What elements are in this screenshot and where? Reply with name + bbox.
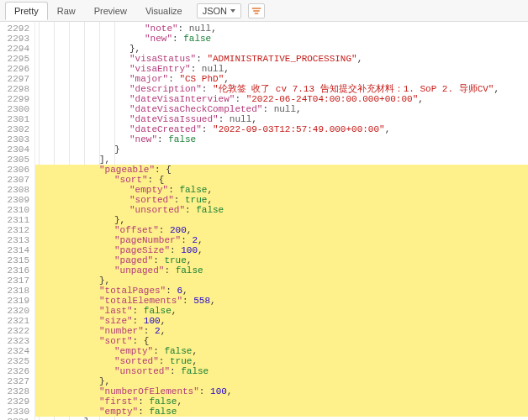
line-number: 2295 — [0, 54, 29, 64]
line-number: 2311 — [0, 215, 29, 225]
line-number: 2329 — [0, 396, 29, 407]
code-line: "unpaged": false — [35, 265, 528, 276]
code-line: "pageSize": 100, — [35, 245, 528, 255]
line-number: 2298 — [0, 84, 29, 94]
code-line: "note": null, — [35, 24, 528, 34]
line-number: 2306 — [0, 165, 29, 175]
code-viewer: 2292229322942295229622972298229923002301… — [0, 22, 528, 420]
line-number: 2310 — [0, 205, 29, 215]
code-line: "dateVisaCheckCompleted": null, — [35, 104, 528, 114]
code-line: "size": 100, — [35, 316, 528, 326]
line-number: 2292 — [0, 24, 29, 34]
code-line: "first": false, — [35, 396, 528, 407]
code-line: } — [35, 144, 528, 155]
code-line: "sort": { — [35, 175, 528, 185]
line-number: 2312 — [0, 225, 29, 235]
code-line: "empty": false, — [35, 346, 528, 356]
filter-button[interactable] — [248, 3, 265, 18]
filter-icon — [251, 7, 261, 15]
line-number: 2325 — [0, 356, 29, 366]
code-line: "pageNumber": 2, — [35, 235, 528, 245]
tab-visualize[interactable]: Visualize — [136, 2, 192, 20]
code-line: }, — [35, 215, 528, 225]
line-number: 2330 — [0, 407, 29, 417]
code-line: "last": false, — [35, 306, 528, 316]
code-line: }, — [35, 44, 528, 54]
code-line: "major": "CS PhD", — [35, 74, 528, 84]
line-number: 2331 — [0, 417, 29, 420]
code-line: "sorted": true, — [35, 195, 528, 205]
line-number: 2293 — [0, 34, 29, 44]
code-line: "new": false — [35, 34, 528, 44]
line-number: 2300 — [0, 104, 29, 114]
code-line: "offset": 200, — [35, 225, 528, 235]
code-line: } — [35, 417, 528, 420]
code-line: "numberOfElements": 100, — [35, 386, 528, 396]
code-line: "sort": { — [35, 336, 528, 346]
line-number: 2315 — [0, 255, 29, 265]
code-line: "description": "伦敦签 收了 cv 7.13 告知提交补充材料：… — [35, 84, 528, 94]
line-number: 2301 — [0, 114, 29, 124]
line-number: 2316 — [0, 265, 29, 276]
line-number: 2328 — [0, 386, 29, 396]
code-line: "paged": true, — [35, 255, 528, 265]
code-line: }, — [35, 376, 528, 386]
code-line: "new": false — [35, 134, 528, 144]
toolbar: Pretty Raw Preview Visualize JSON — [0, 0, 528, 22]
line-number: 2303 — [0, 134, 29, 144]
code-line: "empty": false, — [35, 185, 528, 195]
line-number: 2327 — [0, 376, 29, 386]
tab-pretty[interactable]: Pretty — [5, 2, 48, 20]
code-line: "dateCreated": "2022-09-03T12:57:49.000+… — [35, 124, 528, 134]
code-line: "unsorted": false — [35, 366, 528, 376]
tab-preview[interactable]: Preview — [85, 2, 136, 20]
line-number: 2322 — [0, 326, 29, 336]
code-line: "unsorted": false — [35, 205, 528, 215]
code-line: "dateVisaInterview": "2022-06-24T04:00:0… — [35, 94, 528, 104]
code-line: "pageable": { — [35, 165, 528, 175]
code-line: ], — [35, 155, 528, 165]
line-number: 2307 — [0, 175, 29, 185]
code-line: "totalElements": 558, — [35, 296, 528, 306]
line-number: 2318 — [0, 286, 29, 296]
code-line: "visaStatus": "ADMINISTRATIVE_PROCESSING… — [35, 54, 528, 64]
code-line: }, — [35, 276, 528, 286]
line-number: 2324 — [0, 346, 29, 356]
line-number: 2304 — [0, 144, 29, 155]
line-number: 2321 — [0, 316, 29, 326]
line-number: 2314 — [0, 245, 29, 255]
chevron-down-icon — [230, 9, 235, 13]
code-line: "totalPages": 6, — [35, 286, 528, 296]
line-number: 2323 — [0, 336, 29, 346]
code-content[interactable]: "note": null,"new": false},"visaStatus":… — [35, 22, 528, 420]
code-line: "sorted": true, — [35, 356, 528, 366]
line-number: 2294 — [0, 44, 29, 54]
code-line: "number": 2, — [35, 326, 528, 336]
code-line: "dateVisaIssued": null, — [35, 114, 528, 124]
line-number-gutter: 2292229322942295229622972298229923002301… — [0, 22, 35, 420]
line-number: 2309 — [0, 195, 29, 205]
line-number: 2302 — [0, 124, 29, 134]
tab-raw[interactable]: Raw — [48, 2, 85, 20]
code-line: "empty": false — [35, 407, 528, 417]
line-number: 2299 — [0, 94, 29, 104]
line-number: 2326 — [0, 366, 29, 376]
line-number: 2297 — [0, 74, 29, 84]
code-line: "visaEntry": null, — [35, 64, 528, 74]
line-number: 2319 — [0, 296, 29, 306]
line-number: 2296 — [0, 64, 29, 74]
line-number: 2305 — [0, 155, 29, 165]
line-number: 2320 — [0, 306, 29, 316]
line-number: 2308 — [0, 185, 29, 195]
format-dropdown[interactable]: JSON — [197, 3, 241, 18]
line-number: 2317 — [0, 276, 29, 286]
line-number: 2313 — [0, 235, 29, 245]
format-dropdown-label: JSON — [203, 6, 227, 16]
